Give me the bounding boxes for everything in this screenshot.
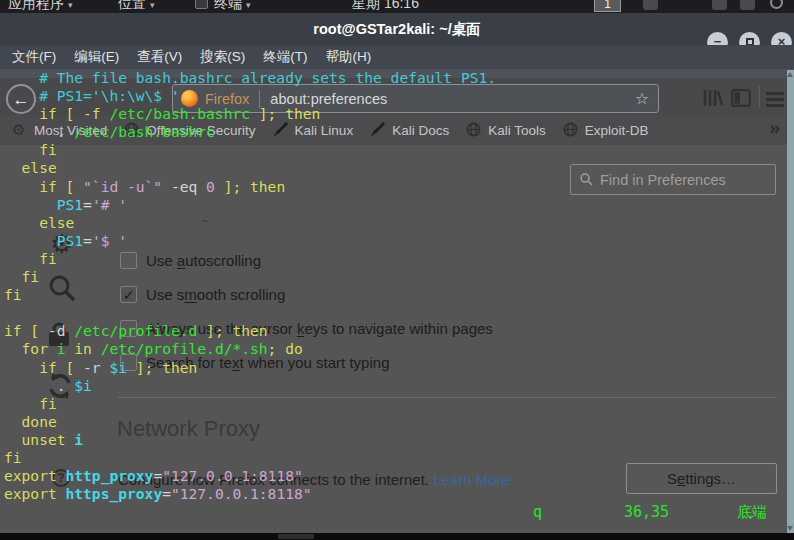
terminal-code-line: . $i	[4, 377, 496, 395]
menu-item[interactable]: 终端(T)	[263, 48, 307, 66]
menu-item[interactable]: 文件(F)	[12, 48, 56, 66]
sidebar-icon[interactable]	[731, 89, 751, 107]
terminal-code-line: if [ -r $i ]; then	[4, 359, 496, 377]
chevron-down-icon: ▾	[68, 0, 73, 10]
search-placeholder: Find in Preferences	[600, 172, 726, 188]
workspace-indicator[interactable]: 1	[594, 0, 621, 12]
globe-icon	[563, 122, 579, 138]
bottom-edge-segment	[278, 534, 314, 539]
bookmarks-overflow-chevron[interactable]: »	[769, 117, 780, 139]
screen-bottom-edge	[0, 533, 794, 540]
terminal-code-line: fi	[4, 286, 496, 304]
bookmark-item[interactable]: Exploit-DB	[563, 122, 649, 138]
power-icon[interactable]	[770, 0, 783, 9]
chevron-down-icon: ▾	[150, 0, 155, 10]
terminal-titlebar[interactable]: root@GSTar2kali: ~/桌面 − ×	[0, 13, 794, 45]
terminal-code-line: PS1='$ '	[4, 232, 496, 250]
terminal-code-line: fi	[4, 268, 496, 286]
vim-position-label: 底端	[737, 503, 767, 522]
desktop-top-panel: 应用程序 ▾ 位置 ▾ 终端 ▾ 星期 16:16 1	[0, 0, 794, 13]
library-icon[interactable]	[701, 88, 723, 108]
terminal-code-line: unset i	[4, 431, 496, 449]
terminal-code-line: else	[4, 214, 496, 232]
terminal-code-line: if [ -d /etc/profile.d ]; then	[4, 322, 496, 340]
search-icon	[580, 173, 593, 186]
scroll-down-arrow[interactable]	[787, 526, 793, 531]
search-input[interactable]: Find in Preferences	[570, 164, 776, 195]
terminal-code-line	[4, 304, 496, 322]
terminal-code-line: fi	[4, 250, 496, 268]
terminal-code-line: for i in /etc/profile.d/*.sh; do	[4, 340, 496, 358]
menu-item[interactable]: 查看(V)	[137, 48, 182, 66]
terminal-code-line: else	[4, 159, 496, 177]
terminal-code-line: # PS1='\h:\w\$ '	[4, 87, 496, 105]
terminal-code-line: fi	[4, 395, 496, 413]
terminal-code-line: if [ -f /etc/bash.bashrc ]; then	[4, 105, 496, 123]
menu-item[interactable]: 搜索(S)	[200, 48, 245, 66]
menu-item[interactable]: 帮助(H)	[326, 48, 372, 66]
terminal-output[interactable]: # The file bash.bashrc already sets the …	[4, 69, 496, 503]
menu-icon[interactable]	[766, 92, 784, 110]
network-icon[interactable]	[712, 0, 727, 10]
window-title: root@GSTar2kali: ~/桌面	[0, 13, 794, 45]
terminal-scrollbar[interactable]	[787, 70, 794, 533]
clipboard-icon[interactable]	[643, 0, 658, 10]
vim-ruler: 36,35	[624, 503, 669, 521]
applications-menu[interactable]: 应用程序 ▾	[8, 0, 72, 13]
terminal-code-line: # The file bash.bashrc already sets the …	[4, 69, 496, 87]
terminal-menubar: 文件(F)编辑(E)查看(V)搜索(S)终端(T)帮助(H)	[0, 45, 794, 69]
terminal-app-icon	[195, 0, 208, 9]
menu-item[interactable]: 编辑(E)	[74, 48, 119, 66]
bookmark-label: Kali Tools	[488, 123, 546, 138]
scroll-up-arrow[interactable]	[787, 72, 793, 77]
bookmark-star-icon[interactable]: ☆	[635, 89, 649, 108]
terminal-code-line: done	[4, 413, 496, 431]
terminal-code-line: fi	[4, 141, 496, 159]
terminal-code-line: export http_proxy="127.0.0.1:8118"	[4, 467, 496, 485]
terminal-code-line: fi	[4, 449, 496, 467]
clock[interactable]: 星期 16:16	[352, 0, 419, 13]
vim-recording-indicator: q	[533, 503, 542, 521]
terminal-code-line: if [ "`id -u`" -eq 0 ]; then	[4, 178, 496, 196]
bookmark-label: Exploit-DB	[585, 123, 649, 138]
terminal-code-line: PS1='# '	[4, 196, 496, 214]
terminal-menu[interactable]: 终端 ▾	[214, 0, 250, 13]
terminal-code-line: export https_proxy="127.0.0.1:8118"	[4, 485, 496, 503]
proxy-settings-button[interactable]: Settings…	[626, 463, 777, 494]
desktop-screen: 应用程序 ▾ 位置 ▾ 终端 ▾ 星期 16:16 1 root@GSTar2k…	[0, 0, 794, 540]
places-menu[interactable]: 位置 ▾	[118, 0, 154, 13]
volume-icon[interactable]	[740, 0, 755, 10]
toolbar-separator	[759, 86, 760, 108]
terminal-code-line: . /etc/bash.bashrc	[4, 123, 496, 141]
chevron-down-icon: ▾	[246, 0, 251, 10]
